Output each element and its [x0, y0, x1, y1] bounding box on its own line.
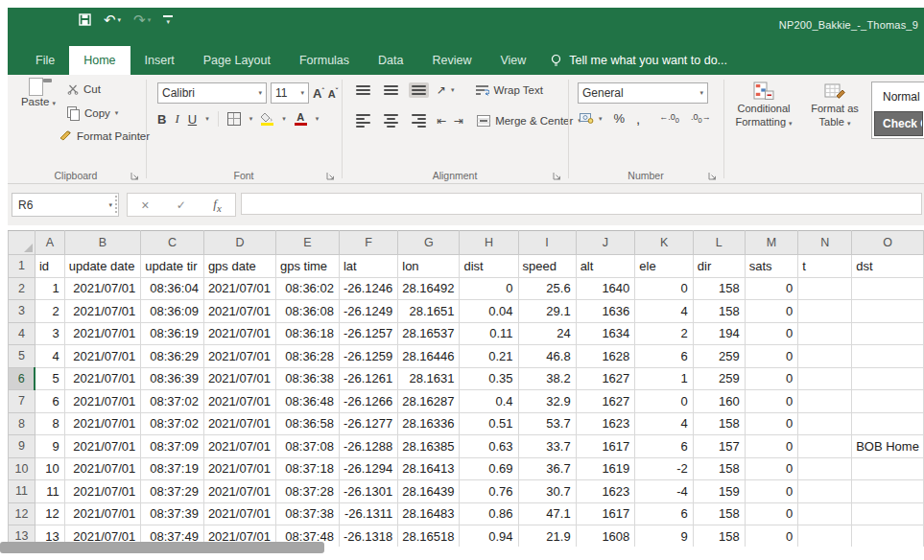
cell[interactable]: 08:37:19: [141, 457, 204, 480]
cell[interactable]: 158: [693, 277, 745, 300]
cell[interactable]: 08:37:02: [141, 412, 204, 435]
cell[interactable]: 2021/07/01: [203, 457, 275, 480]
cell[interactable]: 0: [460, 277, 518, 300]
cell[interactable]: -26.1277: [339, 412, 397, 435]
cell[interactable]: [852, 300, 924, 323]
column-header-N[interactable]: N: [798, 231, 852, 255]
cell[interactable]: 10: [35, 457, 64, 480]
tab-view[interactable]: View: [486, 46, 540, 75]
cell[interactable]: 0: [745, 480, 798, 503]
cell[interactable]: 6: [35, 390, 64, 413]
cell[interactable]: 6: [635, 435, 694, 458]
cell[interactable]: 08:36:38: [275, 367, 339, 390]
cell[interactable]: -26.1249: [339, 300, 397, 323]
cell[interactable]: dir: [693, 255, 745, 278]
cell[interactable]: 08:37:39: [141, 502, 204, 525]
cell[interactable]: 4: [635, 300, 694, 323]
cell[interactable]: 08:37:09: [141, 435, 204, 458]
cell[interactable]: 08:36:29: [141, 345, 204, 368]
cell[interactable]: 2021/07/01: [64, 502, 141, 525]
cell[interactable]: 08:36:04: [141, 277, 204, 300]
cell[interactable]: 36.7: [518, 457, 576, 480]
cell[interactable]: 158: [693, 412, 745, 435]
copy-button[interactable]: Copy ▾: [67, 106, 118, 120]
cell[interactable]: dist: [460, 255, 518, 278]
number-dialog-launcher[interactable]: [708, 172, 717, 180]
cell[interactable]: 4: [35, 345, 64, 368]
cell[interactable]: [852, 480, 924, 503]
row-header-4[interactable]: 4: [9, 322, 36, 345]
cell[interactable]: 2: [35, 300, 64, 323]
borders-icon[interactable]: [227, 112, 241, 126]
number-format-select[interactable]: General▾: [578, 82, 708, 104]
cell[interactable]: 0.51: [460, 412, 518, 435]
cell[interactable]: 0.11: [460, 322, 518, 345]
increase-font-icon[interactable]: Aˆ: [313, 86, 324, 101]
column-header-H[interactable]: H: [460, 231, 518, 255]
font-name-select[interactable]: Calibri▾: [157, 82, 267, 104]
cell[interactable]: 08:37:28: [275, 480, 339, 503]
cell[interactable]: 21.9: [518, 525, 576, 548]
cell[interactable]: 158: [693, 457, 745, 480]
cell[interactable]: -26.1301: [339, 480, 397, 503]
cell[interactable]: -26.1288: [339, 435, 397, 458]
cell[interactable]: 1628: [576, 345, 635, 368]
cell[interactable]: 1617: [576, 435, 635, 458]
cell[interactable]: 1636: [576, 300, 635, 323]
cell[interactable]: 2021/07/01: [203, 322, 275, 345]
cell[interactable]: [852, 390, 924, 413]
cell[interactable]: 157: [693, 435, 745, 458]
row-header-11[interactable]: 11: [9, 480, 36, 503]
cell[interactable]: 1: [635, 367, 694, 390]
cell[interactable]: 0: [745, 322, 798, 345]
cell[interactable]: 1623: [576, 480, 635, 503]
cell[interactable]: dst: [852, 255, 924, 278]
align-center-icon[interactable]: [381, 111, 401, 130]
orientation-icon[interactable]: ↗▾: [437, 83, 455, 97]
font-color-icon[interactable]: A: [295, 112, 307, 126]
cell[interactable]: 2021/07/01: [203, 412, 275, 435]
cell[interactable]: 3: [35, 322, 64, 345]
cell[interactable]: [852, 345, 924, 368]
cell[interactable]: [852, 502, 924, 525]
cell[interactable]: 2021/07/01: [203, 480, 275, 503]
cell[interactable]: 28.1651: [398, 300, 460, 323]
row-header-6[interactable]: 6: [9, 367, 36, 390]
cell[interactable]: [852, 525, 924, 548]
cell[interactable]: 1634: [576, 322, 635, 345]
cell[interactable]: 1627: [576, 367, 635, 390]
cell[interactable]: 12: [35, 502, 64, 525]
cell[interactable]: 158: [693, 300, 745, 323]
cell[interactable]: 0: [745, 502, 798, 525]
cell[interactable]: 46.8: [518, 345, 576, 368]
cell[interactable]: id: [35, 255, 64, 278]
cell[interactable]: 2021/07/01: [203, 300, 275, 323]
cell[interactable]: 08:37:02: [141, 390, 204, 413]
cell[interactable]: [798, 300, 852, 323]
cell[interactable]: 158: [693, 502, 745, 525]
cell[interactable]: 2021/07/01: [203, 367, 275, 390]
cell[interactable]: 2021/07/01: [64, 345, 141, 368]
cell[interactable]: alt: [576, 255, 635, 278]
cell[interactable]: 1617: [576, 502, 635, 525]
cell[interactable]: 2021/07/01: [64, 412, 141, 435]
cell[interactable]: 159: [693, 480, 745, 503]
select-all-corner[interactable]: [9, 231, 36, 255]
cell[interactable]: 194: [693, 322, 745, 345]
cut-button[interactable]: Cut: [67, 83, 101, 95]
cell[interactable]: 2021/07/01: [64, 390, 141, 413]
cell[interactable]: -4: [635, 480, 694, 503]
row-header-5[interactable]: 5: [9, 345, 36, 368]
decrease-indent-icon[interactable]: ⇤: [437, 114, 446, 128]
font-dialog-launcher[interactable]: [326, 172, 335, 180]
cell[interactable]: 0: [745, 277, 798, 300]
column-header-B[interactable]: B: [64, 231, 141, 255]
tab-insert[interactable]: Insert: [130, 46, 189, 75]
cell[interactable]: 08:36:19: [141, 322, 204, 345]
cell[interactable]: 2021/07/01: [203, 390, 275, 413]
align-left-icon[interactable]: [353, 111, 373, 130]
cell[interactable]: 28.16537: [398, 322, 460, 345]
row-header-3[interactable]: 3: [9, 300, 36, 323]
cell[interactable]: 08:37:29: [141, 480, 204, 503]
cell[interactable]: 08:36:48: [275, 390, 339, 413]
